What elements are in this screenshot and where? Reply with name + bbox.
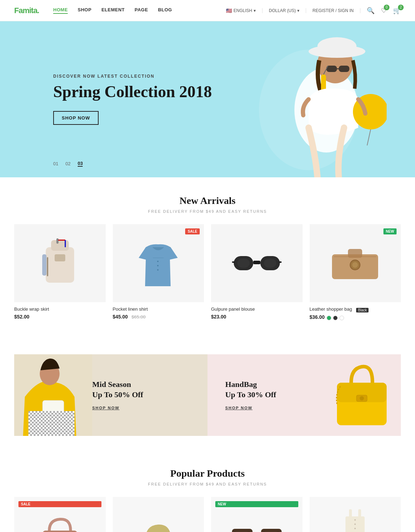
- sunglasses-icon: [232, 251, 282, 276]
- wishlist-icon-wrap[interactable]: ♡ 0: [381, 7, 387, 15]
- wishlist-badge: 0: [384, 5, 389, 10]
- currency-label: DOLLAR (US): [269, 8, 296, 13]
- auth-link[interactable]: REGISTER / SIGN IN: [312, 8, 354, 13]
- nav-shop[interactable]: SHOP: [78, 7, 92, 14]
- leather-bag-icon: [328, 245, 382, 281]
- wishlist-button-4[interactable]: ♡: [320, 287, 331, 298]
- product-card-4[interactable]: NEW ♡ ADD TO CART ⇄ Leather shopper bag: [310, 224, 401, 322]
- add-to-cart-button-3[interactable]: ADD TO CART: [235, 287, 278, 298]
- swatch-white[interactable]: [339, 316, 344, 320]
- chevron-down-icon-2: ▾: [297, 8, 299, 13]
- product-name-1: Buckle wrap skirt: [14, 306, 106, 312]
- add-to-cart-button-1[interactable]: ADD TO CART: [38, 287, 81, 298]
- svg-rect-26: [232, 261, 235, 263]
- wishlist-button-1[interactable]: ♡: [24, 287, 35, 298]
- nav-page[interactable]: PAGE: [135, 7, 148, 14]
- chevron-down-icon: ▾: [254, 8, 256, 13]
- popular-handbag-icon: [39, 513, 81, 532]
- product-image-1: ♡ ADD TO CART ⇄: [14, 224, 106, 302]
- promo-banner-left: Mid SeasonUp To 50% Off SHOP NOW: [14, 354, 208, 436]
- product-image-3: ♡ ADD TO CART ⇄: [211, 224, 303, 302]
- cart-icon-wrap[interactable]: 🛒 2: [393, 7, 401, 15]
- product-info-4: Leather shopper bag Black $36.00: [310, 302, 401, 322]
- promo-right-title: HandBagUp To 30% Off: [225, 379, 276, 400]
- wishlist-button-2[interactable]: ♡: [123, 287, 134, 298]
- svg-rect-29: [264, 259, 276, 268]
- product-name-2: Pocket linen shirt: [113, 306, 204, 312]
- divider-3: [360, 8, 360, 13]
- slide-1[interactable]: 01: [53, 161, 58, 166]
- navbar: Famita. HOME SHOP ELEMENT PAGE BLOG 🇺🇸 E…: [0, 0, 415, 21]
- wishlist-button-3[interactable]: ♡: [221, 287, 232, 298]
- svg-rect-25: [253, 261, 260, 264]
- promo-left-link[interactable]: SHOP NOW: [92, 406, 120, 410]
- product-image-4: NEW ♡ ADD TO CART ⇄: [310, 224, 401, 302]
- popular-products-subtitle: FREE DELIVERY FROM $49 AND EASY RETURNS: [0, 482, 415, 486]
- nav-right: 🇺🇸 ENGLISH ▾ DOLLAR (US) ▾ REGISTER / SI…: [226, 7, 401, 15]
- promo-left-content: Mid SeasonUp To 50% Off SHOP NOW: [14, 379, 161, 410]
- new-arrivals-grid: ♡ ADD TO CART ⇄ Buckle wrap skirt $52.00…: [0, 224, 415, 337]
- hero-content: DISCOVER NOW LATEST COLLECTION Spring Co…: [0, 74, 212, 125]
- currency-selector[interactable]: DOLLAR (US) ▾: [269, 8, 299, 13]
- svg-point-33: [352, 262, 358, 268]
- product-info-1: Buckle wrap skirt $52.00: [14, 302, 106, 322]
- divider-2: [306, 8, 306, 13]
- compare-button-2[interactable]: ⇄: [183, 287, 194, 298]
- popular-card-4[interactable]: [310, 497, 401, 532]
- hero-subtitle: DISCOVER NOW LATEST COLLECTION: [53, 74, 212, 79]
- product-image-2: SALE ♡ ADD TO CART ⇄: [113, 224, 204, 302]
- auth-label: REGISTER / SIGN IN: [312, 8, 354, 13]
- add-to-cart-button-4[interactable]: ADD TO CART: [334, 287, 377, 298]
- hero-slide-indicators: 01 02 03: [53, 161, 83, 167]
- product-card-2[interactable]: SALE ♡ ADD TO CART ⇄ Pocket linen shirt: [113, 224, 204, 322]
- svg-rect-13: [55, 254, 65, 261]
- svg-point-64: [354, 528, 356, 529]
- language-selector[interactable]: 🇺🇸 ENGLISH ▾: [226, 8, 256, 13]
- svg-rect-16: [56, 238, 59, 244]
- nav-element[interactable]: ELEMENT: [101, 7, 125, 14]
- logo[interactable]: Famita.: [14, 6, 39, 15]
- svg-point-3: [317, 37, 356, 55]
- popular-card-2[interactable]: [113, 497, 204, 532]
- svg-point-63: [354, 523, 356, 525]
- popular-products-grid: SALE NEW: [0, 497, 415, 532]
- svg-rect-15: [42, 254, 46, 276]
- search-icon-wrap[interactable]: 🔍: [367, 7, 375, 15]
- swatch-green[interactable]: [327, 316, 331, 320]
- svg-line-10: [367, 129, 371, 145]
- search-icon: 🔍: [367, 7, 375, 14]
- svg-point-21: [157, 265, 159, 266]
- popular-dress-icon: [339, 508, 371, 532]
- compare-button-1[interactable]: ⇄: [84, 287, 95, 298]
- svg-point-20: [157, 261, 159, 262]
- shop-now-button[interactable]: ShOP Now: [53, 111, 99, 125]
- compare-button-3[interactable]: ⇄: [281, 287, 292, 298]
- popular-card-1[interactable]: SALE: [14, 497, 106, 532]
- swatch-black[interactable]: [333, 316, 338, 320]
- flag-icon: 🇺🇸: [226, 8, 232, 13]
- popular-sunglasses-icon: [230, 523, 283, 532]
- slide-3[interactable]: 03: [78, 161, 83, 167]
- promo-right-bag: [330, 358, 394, 432]
- product-name-4: Leather shopper bag: [310, 306, 352, 312]
- promo-section: Mid SeasonUp To 50% Off SHOP NOW HandBag…: [14, 354, 401, 436]
- backpack-icon: [39, 237, 81, 290]
- add-to-cart-button-2[interactable]: ADD TO CART: [137, 287, 180, 298]
- new-arrivals-title: New Arrivals: [0, 195, 415, 206]
- compare-button-4[interactable]: ⇄: [380, 287, 391, 298]
- svg-rect-34: [334, 256, 376, 257]
- nav-home[interactable]: HOME: [53, 7, 68, 14]
- hero-section: DISCOVER NOW LATEST COLLECTION Spring Co…: [0, 21, 415, 177]
- product-card-1[interactable]: ♡ ADD TO CART ⇄ Buckle wrap skirt $52.00: [14, 224, 106, 322]
- popular-card-3[interactable]: NEW: [211, 497, 303, 532]
- product-price-4: $36.00: [310, 314, 325, 320]
- nav-blog[interactable]: BLOG: [158, 7, 172, 14]
- cart-badge: 2: [398, 5, 404, 10]
- svg-rect-41: [28, 411, 74, 436]
- slide-2[interactable]: 02: [65, 161, 70, 166]
- promo-banner-right: HandBagUp To 30% Off SHOP NOW: [208, 354, 401, 436]
- svg-rect-27: [279, 261, 282, 263]
- product-card-3[interactable]: ♡ ADD TO CART ⇄ Gulpure panel blouse $23…: [211, 224, 303, 322]
- promo-right-link[interactable]: SHOP NOW: [225, 406, 253, 410]
- promo-right-content: HandBagUp To 30% Off SHOP NOW: [208, 379, 294, 410]
